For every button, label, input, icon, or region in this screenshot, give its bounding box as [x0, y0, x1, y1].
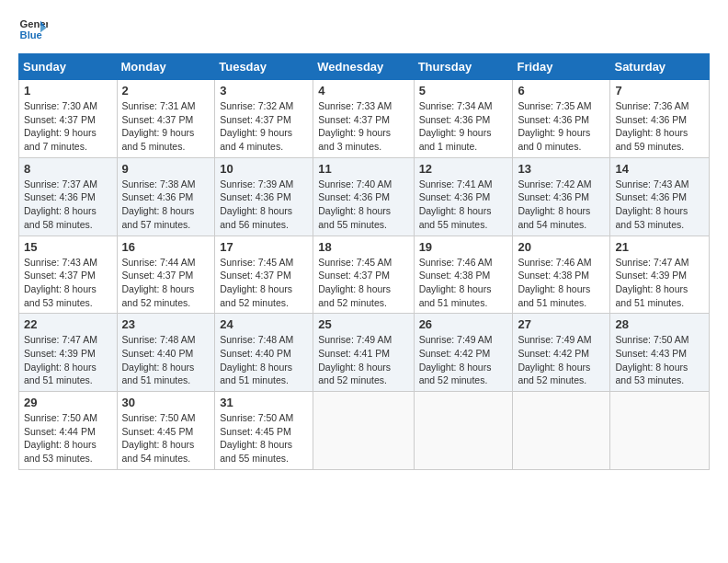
day-number: 7: [615, 84, 704, 98]
day-number: 31: [220, 396, 308, 409]
day-info: Sunrise: 7:41 AMSunset: 4:36 PMDaylight:…: [419, 178, 508, 232]
day-number: 25: [318, 317, 408, 331]
day-info: Sunrise: 7:48 AMSunset: 4:40 PMDaylight:…: [220, 333, 308, 387]
day-number: 27: [518, 317, 605, 331]
calendar-cell: 18 Sunrise: 7:45 AMSunset: 4:37 PMDaylig…: [313, 236, 414, 314]
day-info: Sunrise: 7:47 AMSunset: 4:39 PMDaylight:…: [24, 333, 112, 387]
calendar-cell: 21 Sunrise: 7:47 AMSunset: 4:39 PMDaylig…: [610, 236, 710, 314]
calendar-cell: 23 Sunrise: 7:48 AMSunset: 4:40 PMDaylig…: [117, 314, 215, 392]
day-number: 22: [24, 317, 112, 331]
day-info: Sunrise: 7:45 AMSunset: 4:37 PMDaylight:…: [220, 256, 308, 310]
day-number: 11: [318, 162, 408, 176]
calendar-cell: 26 Sunrise: 7:49 AMSunset: 4:42 PMDaylig…: [414, 314, 513, 392]
logo: General Blue: [18, 15, 48, 44]
day-info: Sunrise: 7:32 AMSunset: 4:37 PMDaylight:…: [220, 99, 308, 154]
weekday-header-monday: Monday: [117, 54, 215, 80]
calendar-cell: [414, 392, 513, 470]
day-info: Sunrise: 7:43 AMSunset: 4:36 PMDaylight:…: [615, 178, 704, 232]
day-info: Sunrise: 7:44 AMSunset: 4:37 PMDaylight:…: [122, 256, 210, 310]
day-number: 4: [318, 84, 408, 98]
calendar-cell: 8 Sunrise: 7:37 AMSunset: 4:36 PMDayligh…: [19, 157, 118, 236]
day-info: Sunrise: 7:30 AMSunset: 4:37 PMDaylight:…: [24, 99, 112, 154]
day-number: 6: [518, 84, 605, 98]
calendar-cell: 11 Sunrise: 7:40 AMSunset: 4:36 PMDaylig…: [313, 157, 414, 236]
day-number: 20: [518, 240, 605, 254]
calendar-cell: 20 Sunrise: 7:46 AMSunset: 4:38 PMDaylig…: [513, 236, 610, 314]
day-info: Sunrise: 7:36 AMSunset: 4:36 PMDaylight:…: [615, 99, 704, 154]
calendar-cell: [610, 392, 710, 470]
weekday-header-row: SundayMondayTuesdayWednesdayThursdayFrid…: [19, 54, 710, 80]
week-row-3: 15 Sunrise: 7:43 AMSunset: 4:37 PMDaylig…: [19, 236, 710, 314]
day-number: 24: [220, 317, 308, 331]
day-number: 30: [122, 396, 210, 409]
calendar-cell: 4 Sunrise: 7:33 AMSunset: 4:37 PMDayligh…: [313, 80, 414, 158]
day-number: 23: [122, 317, 210, 331]
calendar-cell: [313, 392, 414, 470]
page-header: General Blue: [18, 15, 710, 44]
day-number: 16: [122, 240, 210, 254]
calendar-table: SundayMondayTuesdayWednesdayThursdayFrid…: [18, 53, 710, 470]
week-row-2: 8 Sunrise: 7:37 AMSunset: 4:36 PMDayligh…: [19, 157, 710, 236]
day-number: 13: [518, 162, 605, 176]
day-info: Sunrise: 7:35 AMSunset: 4:36 PMDaylight:…: [518, 99, 605, 154]
calendar-cell: 17 Sunrise: 7:45 AMSunset: 4:37 PMDaylig…: [215, 236, 313, 314]
logo-icon: General Blue: [18, 15, 48, 44]
calendar-cell: 19 Sunrise: 7:46 AMSunset: 4:38 PMDaylig…: [414, 236, 513, 314]
day-info: Sunrise: 7:49 AMSunset: 4:42 PMDaylight:…: [518, 333, 605, 387]
day-number: 5: [419, 84, 508, 98]
day-number: 2: [122, 84, 210, 98]
calendar-cell: 1 Sunrise: 7:30 AMSunset: 4:37 PMDayligh…: [19, 80, 118, 158]
calendar-cell: 25 Sunrise: 7:49 AMSunset: 4:41 PMDaylig…: [313, 314, 414, 392]
day-number: 3: [220, 84, 308, 98]
day-number: 21: [615, 240, 704, 254]
day-number: 12: [419, 162, 508, 176]
calendar-cell: 7 Sunrise: 7:36 AMSunset: 4:36 PMDayligh…: [610, 80, 710, 158]
day-info: Sunrise: 7:50 AMSunset: 4:43 PMDaylight:…: [615, 333, 704, 387]
day-info: Sunrise: 7:37 AMSunset: 4:36 PMDaylight:…: [24, 178, 112, 232]
calendar-cell: [513, 392, 610, 470]
calendar-cell: 31 Sunrise: 7:50 AMSunset: 4:45 PMDaylig…: [215, 392, 313, 470]
weekday-header-saturday: Saturday: [610, 54, 710, 80]
day-number: 15: [24, 240, 112, 254]
calendar-cell: 14 Sunrise: 7:43 AMSunset: 4:36 PMDaylig…: [610, 157, 710, 236]
day-info: Sunrise: 7:45 AMSunset: 4:37 PMDaylight:…: [318, 256, 408, 310]
day-info: Sunrise: 7:50 AMSunset: 4:45 PMDaylight:…: [220, 411, 308, 465]
day-number: 1: [24, 84, 112, 98]
day-info: Sunrise: 7:38 AMSunset: 4:36 PMDaylight:…: [122, 178, 210, 232]
day-info: Sunrise: 7:33 AMSunset: 4:37 PMDaylight:…: [318, 99, 408, 154]
calendar-cell: 16 Sunrise: 7:44 AMSunset: 4:37 PMDaylig…: [117, 236, 215, 314]
day-number: 28: [615, 317, 704, 331]
day-number: 10: [220, 162, 308, 176]
weekday-header-tuesday: Tuesday: [215, 54, 313, 80]
weekday-header-sunday: Sunday: [19, 54, 118, 80]
day-info: Sunrise: 7:46 AMSunset: 4:38 PMDaylight:…: [518, 256, 605, 310]
calendar-cell: 24 Sunrise: 7:48 AMSunset: 4:40 PMDaylig…: [215, 314, 313, 392]
day-info: Sunrise: 7:42 AMSunset: 4:36 PMDaylight:…: [518, 178, 605, 232]
week-row-5: 29 Sunrise: 7:50 AMSunset: 4:44 PMDaylig…: [19, 392, 710, 470]
calendar-cell: 13 Sunrise: 7:42 AMSunset: 4:36 PMDaylig…: [513, 157, 610, 236]
calendar-cell: 3 Sunrise: 7:32 AMSunset: 4:37 PMDayligh…: [215, 80, 313, 158]
calendar-cell: 5 Sunrise: 7:34 AMSunset: 4:36 PMDayligh…: [414, 80, 513, 158]
weekday-header-wednesday: Wednesday: [313, 54, 414, 80]
calendar-cell: 15 Sunrise: 7:43 AMSunset: 4:37 PMDaylig…: [19, 236, 118, 314]
day-info: Sunrise: 7:49 AMSunset: 4:41 PMDaylight:…: [318, 333, 408, 387]
day-info: Sunrise: 7:31 AMSunset: 4:37 PMDaylight:…: [122, 99, 210, 154]
week-row-1: 1 Sunrise: 7:30 AMSunset: 4:37 PMDayligh…: [19, 80, 710, 158]
day-number: 18: [318, 240, 408, 254]
calendar-cell: 22 Sunrise: 7:47 AMSunset: 4:39 PMDaylig…: [19, 314, 118, 392]
day-info: Sunrise: 7:43 AMSunset: 4:37 PMDaylight:…: [24, 256, 112, 310]
calendar-cell: 10 Sunrise: 7:39 AMSunset: 4:36 PMDaylig…: [215, 157, 313, 236]
day-info: Sunrise: 7:48 AMSunset: 4:40 PMDaylight:…: [122, 333, 210, 387]
calendar-cell: 9 Sunrise: 7:38 AMSunset: 4:36 PMDayligh…: [117, 157, 215, 236]
calendar-cell: 28 Sunrise: 7:50 AMSunset: 4:43 PMDaylig…: [610, 314, 710, 392]
day-number: 14: [615, 162, 704, 176]
day-number: 17: [220, 240, 308, 254]
calendar-cell: 6 Sunrise: 7:35 AMSunset: 4:36 PMDayligh…: [513, 80, 610, 158]
day-info: Sunrise: 7:34 AMSunset: 4:36 PMDaylight:…: [419, 99, 508, 154]
week-row-4: 22 Sunrise: 7:47 AMSunset: 4:39 PMDaylig…: [19, 314, 710, 392]
day-info: Sunrise: 7:50 AMSunset: 4:45 PMDaylight:…: [122, 411, 210, 465]
day-number: 29: [24, 396, 112, 409]
day-info: Sunrise: 7:47 AMSunset: 4:39 PMDaylight:…: [615, 256, 704, 310]
day-info: Sunrise: 7:40 AMSunset: 4:36 PMDaylight:…: [318, 178, 408, 232]
calendar-cell: 2 Sunrise: 7:31 AMSunset: 4:37 PMDayligh…: [117, 80, 215, 158]
